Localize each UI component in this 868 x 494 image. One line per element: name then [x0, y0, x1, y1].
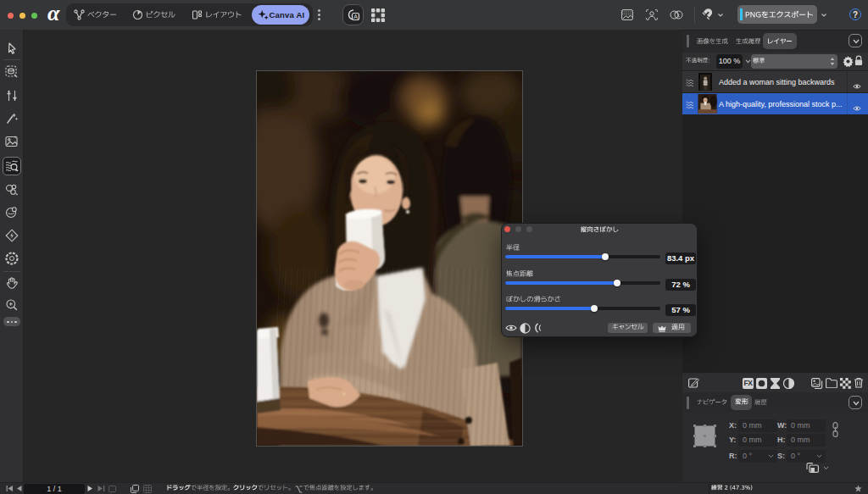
svg-text:A: A [353, 14, 358, 19]
